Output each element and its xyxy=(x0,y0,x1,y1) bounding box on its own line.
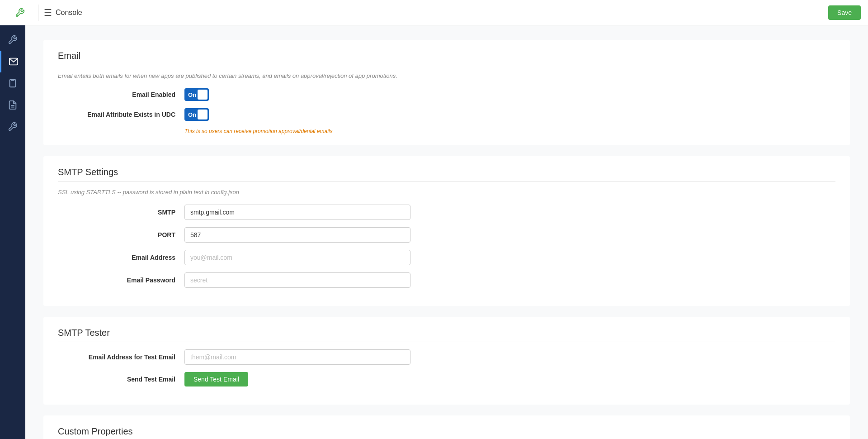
email-section-title: Email xyxy=(58,51,835,61)
email-password-row: Email Password xyxy=(58,272,835,288)
email-enabled-row: Email Enabled On xyxy=(58,88,835,101)
wrench-icon xyxy=(8,35,18,45)
smtp-control xyxy=(184,205,410,220)
save-button[interactable]: Save xyxy=(828,5,861,20)
email-attribute-sub-description: This is so users can receive promotion a… xyxy=(184,128,835,134)
email-password-label: Email Password xyxy=(58,277,184,284)
send-test-email-button[interactable]: Send Test Email xyxy=(184,372,248,387)
plugin-icon xyxy=(8,122,18,132)
document-icon xyxy=(8,100,18,110)
topbar-title: Console xyxy=(56,9,82,17)
smtp-section-divider xyxy=(58,181,835,181)
smtp-label: SMTP xyxy=(58,209,184,216)
smtp-input[interactable] xyxy=(184,205,410,220)
port-label: PORT xyxy=(58,231,184,239)
test-email-label: Email Address for Test Email xyxy=(58,353,184,361)
email-attribute-row: Email Attribute Exists in UDC On xyxy=(58,108,835,121)
email-section: Email Email entails both emails for when… xyxy=(43,40,850,145)
custom-properties-title: Custom Properties xyxy=(58,426,835,437)
smtp-tester-title: SMTP Tester xyxy=(58,328,835,338)
main-content: Email Email entails both emails for when… xyxy=(25,25,868,439)
email-address-control xyxy=(184,250,410,265)
topbar-divider xyxy=(38,5,38,21)
smtp-tester-divider xyxy=(58,342,835,342)
clipboard-icon xyxy=(8,78,18,88)
sidebar-item-document[interactable] xyxy=(0,94,25,116)
send-test-email-row: Send Test Email Send Test Email xyxy=(58,372,835,387)
email-enabled-toggle[interactable]: On xyxy=(184,88,209,101)
email-address-input[interactable] xyxy=(184,250,410,265)
email-password-control xyxy=(184,272,410,288)
test-email-input[interactable] xyxy=(184,349,410,365)
email-attribute-toggle-knob xyxy=(198,110,208,119)
email-section-divider xyxy=(58,65,835,65)
layout: Email Email entails both emails for when… xyxy=(0,25,868,439)
email-password-input[interactable] xyxy=(184,272,410,288)
sidebar xyxy=(0,25,25,439)
email-attribute-control: On xyxy=(184,108,410,121)
email-attribute-label: Email Attribute Exists in UDC xyxy=(58,111,184,118)
port-control xyxy=(184,227,410,243)
envelope-icon xyxy=(9,57,19,67)
sidebar-item-email[interactable] xyxy=(0,51,25,72)
test-email-control xyxy=(184,349,410,365)
send-test-email-label: Send Test Email xyxy=(58,376,184,383)
smtp-row: SMTP xyxy=(58,205,835,220)
hamburger-icon[interactable]: ☰ xyxy=(44,7,52,18)
email-enabled-control: On xyxy=(184,88,410,101)
email-enabled-toggle-label: On xyxy=(184,91,196,98)
test-email-row: Email Address for Test Email xyxy=(58,349,835,365)
email-attribute-toggle-label: On xyxy=(184,111,196,118)
smtp-tester-section: SMTP Tester Email Address for Test Email… xyxy=(43,317,850,405)
email-address-label: Email Address xyxy=(58,254,184,261)
email-section-description: Email entails both emails for when new a… xyxy=(58,72,835,79)
port-input[interactable] xyxy=(184,227,410,243)
smtp-section-description: SSL using STARTTLS -- password is stored… xyxy=(58,189,835,196)
smtp-section: SMTP Settings SSL using STARTTLS -- pass… xyxy=(43,156,850,306)
email-address-row: Email Address xyxy=(58,250,835,265)
sidebar-item-clipboard[interactable] xyxy=(0,72,25,94)
logo-area xyxy=(7,8,33,18)
email-enabled-toggle-knob xyxy=(198,90,208,100)
custom-properties-section: Custom Properties This custom property c… xyxy=(43,415,850,439)
tools-icon xyxy=(15,8,25,18)
port-row: PORT xyxy=(58,227,835,243)
save-area: Save xyxy=(828,5,861,20)
email-attribute-toggle[interactable]: On xyxy=(184,108,209,121)
sidebar-item-plugin[interactable] xyxy=(0,116,25,138)
topbar: ☰ Console Save xyxy=(0,0,868,25)
sidebar-item-settings[interactable] xyxy=(0,29,25,51)
smtp-section-title: SMTP Settings xyxy=(58,167,835,177)
email-enabled-label: Email Enabled xyxy=(58,91,184,98)
send-test-email-control: Send Test Email xyxy=(184,372,410,387)
